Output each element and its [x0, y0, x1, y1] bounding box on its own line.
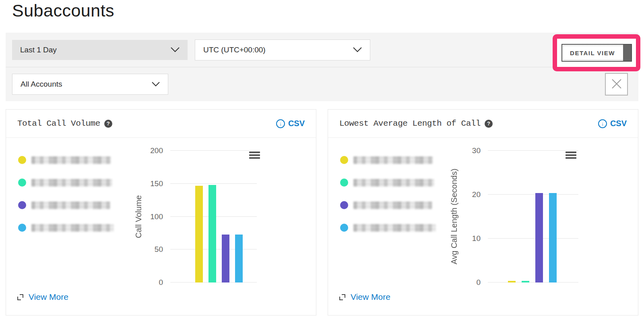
- chart-legend: [6, 138, 123, 232]
- csv-download-link[interactable]: ↓ CSV: [276, 119, 305, 128]
- bar[interactable]: [195, 186, 203, 282]
- y-tick-label: 20: [456, 190, 481, 199]
- view-more-link[interactable]: View More: [339, 292, 390, 302]
- y-tick-label: 0: [138, 278, 163, 287]
- timezone-dropdown[interactable]: UTC (UTC+00:00): [195, 39, 370, 60]
- legend-dot-icon: [18, 156, 26, 164]
- y-tick-label: 10: [456, 234, 481, 243]
- card-body: Avg Call Length (Seconds) 0102030 View M…: [328, 138, 638, 315]
- card-title: Total Call Volume: [17, 119, 100, 128]
- y-tick-label: 200: [138, 146, 163, 155]
- redacted-account-name: [31, 179, 112, 187]
- close-icon: [611, 79, 622, 90]
- card-header: Total Call Volume ? ↓ CSV: [6, 110, 316, 138]
- legend-dot-icon: [18, 179, 26, 187]
- bar[interactable]: [522, 281, 529, 282]
- legend-dot-icon: [340, 224, 348, 232]
- bar[interactable]: [235, 235, 243, 282]
- bar-chart: 050100150200: [170, 151, 257, 282]
- date-range-dropdown[interactable]: Last 1 Day: [12, 40, 188, 60]
- y-tick-label: 0: [456, 278, 481, 287]
- expand-icon: [339, 294, 345, 300]
- legend-dot-icon: [340, 156, 348, 164]
- chevron-down-icon: [152, 82, 160, 87]
- redacted-account-name: [353, 179, 434, 187]
- date-range-value: Last 1 Day: [20, 46, 57, 54]
- view-more-link[interactable]: View More: [17, 292, 68, 302]
- detail-view-toggle[interactable]: DETAIL VIEW: [561, 44, 632, 62]
- chart-menu-icon[interactable]: [566, 152, 576, 159]
- detail-view-label: DETAIL VIEW: [562, 50, 631, 56]
- bar[interactable]: [549, 193, 557, 282]
- timezone-value: UTC (UTC+00:00): [203, 46, 266, 54]
- help-icon[interactable]: ?: [485, 120, 493, 128]
- card-total-call-volume: Total Call Volume ? ↓ CSV Call Volume 05…: [6, 109, 316, 316]
- chevron-down-icon: [353, 47, 362, 52]
- card-header: Lowest Average Length of Call ? ↓ CSV: [328, 110, 638, 138]
- bar-group: [508, 151, 557, 282]
- legend-item[interactable]: [340, 156, 445, 164]
- csv-download-link[interactable]: ↓ CSV: [598, 119, 627, 128]
- redacted-account-name: [353, 224, 436, 232]
- legend-dot-icon: [340, 179, 348, 187]
- page-title: Subaccounts: [12, 1, 644, 21]
- legend-dot-icon: [340, 201, 348, 209]
- bar[interactable]: [508, 281, 516, 282]
- card-title: Lowest Average Length of Call: [339, 119, 481, 128]
- y-axis-title: Avg Call Length (Seconds): [450, 151, 459, 282]
- legend-item[interactable]: [340, 201, 445, 209]
- filter-row-secondary: All Accounts: [6, 67, 638, 101]
- csv-label: CSV: [288, 119, 305, 128]
- redacted-account-name: [353, 156, 433, 164]
- expand-icon: [17, 294, 23, 300]
- bar-group: [195, 151, 243, 282]
- legend-item[interactable]: [340, 224, 445, 232]
- redacted-account-name: [31, 156, 111, 164]
- view-more-label: View More: [29, 292, 68, 302]
- legend-item[interactable]: [18, 201, 123, 209]
- bar[interactable]: [535, 193, 543, 282]
- view-more-label: View More: [351, 292, 390, 302]
- accounts-dropdown[interactable]: All Accounts: [12, 74, 168, 95]
- help-icon[interactable]: ?: [104, 120, 112, 128]
- y-tick-label: 150: [138, 179, 163, 188]
- legend-item[interactable]: [18, 179, 123, 187]
- legend-item[interactable]: [18, 224, 123, 232]
- bar[interactable]: [208, 185, 216, 282]
- chevron-down-icon: [171, 47, 180, 52]
- legend-item[interactable]: [340, 179, 445, 187]
- card-body: Call Volume 050100150200 View More: [6, 138, 316, 315]
- close-button[interactable]: [605, 73, 628, 96]
- download-icon: ↓: [276, 119, 285, 128]
- redacted-account-name: [31, 201, 110, 209]
- legend-dot-icon: [18, 201, 26, 209]
- download-icon: ↓: [598, 119, 607, 128]
- toggle-knob-icon: [623, 45, 631, 61]
- chart-legend: [328, 138, 445, 232]
- accounts-value: All Accounts: [21, 80, 62, 89]
- filter-panel: Last 1 Day UTC (UTC+00:00) All Accounts: [6, 33, 638, 101]
- bar[interactable]: [222, 235, 229, 282]
- redacted-account-name: [353, 201, 432, 209]
- card-lowest-average-length: Lowest Average Length of Call ? ↓ CSV Av…: [328, 109, 638, 316]
- y-tick-label: 30: [456, 146, 481, 155]
- csv-label: CSV: [610, 119, 627, 128]
- chart-menu-icon[interactable]: [249, 152, 260, 159]
- bar-chart: 0102030: [488, 151, 578, 282]
- redacted-account-name: [31, 224, 114, 232]
- legend-dot-icon: [18, 224, 26, 232]
- filter-row-primary: Last 1 Day UTC (UTC+00:00): [6, 33, 638, 67]
- legend-item[interactable]: [18, 156, 123, 164]
- y-tick-label: 50: [138, 245, 163, 254]
- highlight-annotation: DETAIL VIEW: [553, 34, 640, 71]
- dashboard-cards: Total Call Volume ? ↓ CSV Call Volume 05…: [6, 109, 638, 316]
- y-tick-label: 100: [138, 212, 163, 221]
